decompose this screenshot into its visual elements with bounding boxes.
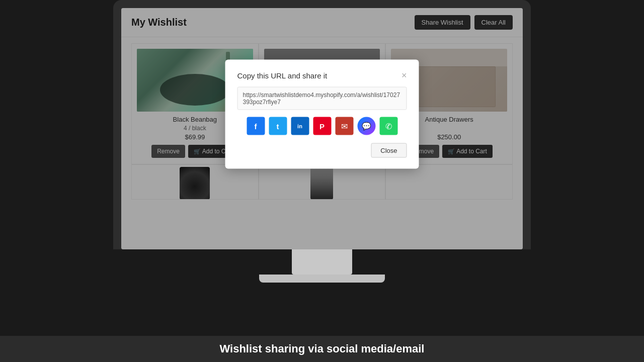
share-modal: Copy this URL and share it × https://sma… <box>225 60 419 169</box>
modal-close-x-button[interactable]: × <box>401 71 407 80</box>
bottom-banner: Wishlist sharing via social media/email <box>0 336 644 362</box>
monitor-stand-neck <box>292 249 352 275</box>
linkedin-icon[interactable]: in <box>291 117 309 135</box>
messenger-icon[interactable]: 💬 <box>357 117 375 135</box>
monitor-screen: My Wishlist Share Wishlist Clear All <box>121 8 523 249</box>
whatsapp-icon[interactable]: ✆ <box>379 117 397 135</box>
monitor-stand-base <box>259 275 385 283</box>
share-url[interactable]: https://smartwishlistdemo4.myshopify.com… <box>237 87 407 110</box>
modal-title: Copy this URL and share it <box>237 71 328 79</box>
twitter-icon[interactable]: t <box>269 117 287 135</box>
email-icon[interactable]: ✉ <box>335 117 353 135</box>
modal-close-button[interactable]: Close <box>371 143 407 158</box>
pinterest-icon[interactable]: P <box>313 117 331 135</box>
facebook-icon[interactable]: f <box>247 117 265 135</box>
social-icons-row: f t in P ✉ 💬 ✆ <box>237 117 407 135</box>
